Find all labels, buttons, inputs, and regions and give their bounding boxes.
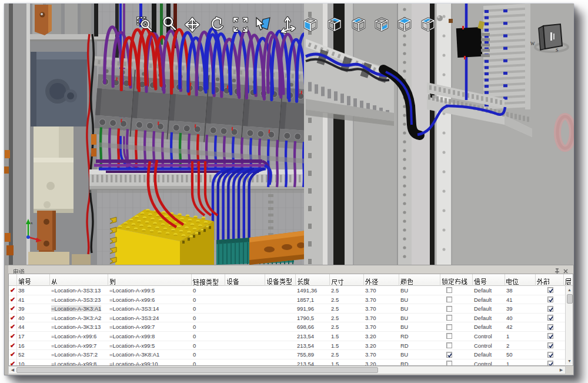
svg-text:W: W — [530, 41, 535, 46]
svg-text:x: x — [31, 221, 33, 225]
svg-text:S: S — [556, 48, 558, 53]
